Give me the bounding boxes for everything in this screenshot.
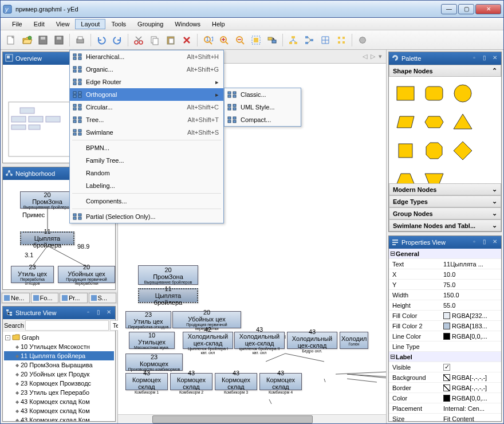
menu-item[interactable]: Circular...Alt+Shift+C: [70, 101, 223, 113]
tab[interactable]: S...: [89, 293, 117, 303]
undo-button[interactable]: [94, 33, 108, 47]
zoom-in-button[interactable]: [217, 33, 231, 47]
menu-windows[interactable]: Windows: [169, 19, 206, 29]
menu-item[interactable]: Family Tree...: [70, 154, 223, 167]
tree-item[interactable]: ◆23 Кормоцех Производс: [4, 379, 114, 388]
menu-item[interactable]: Edge Router▸: [70, 76, 223, 88]
h-scrollbar[interactable]: [118, 414, 386, 423]
tree-item[interactable]: ◆43 Кормоцех склад Ком: [4, 415, 114, 421]
layout-icon-1[interactable]: [286, 33, 300, 47]
prop-row[interactable]: BackgroundRGBA[-,-,-,-]: [389, 372, 501, 383]
graph-node[interactable]: 43Холодильный цех-складБедро охл.: [287, 332, 337, 349]
graph-node[interactable]: 43Кормоцех складКомбикорм 1: [125, 373, 168, 390]
prop-row[interactable]: SizeFit Content: [389, 414, 501, 421]
menu-item[interactable]: Organic...Alt+Shift+G: [70, 63, 223, 76]
shape-roundrect[interactable]: [420, 79, 448, 108]
graph-node[interactable]: 43Кормоцех складКомбикорм 3: [215, 373, 257, 390]
tree-item[interactable]: ◆20 ПромЗона Выращива: [4, 360, 114, 370]
tab[interactable]: Fo...: [31, 293, 59, 303]
layout-icon-2[interactable]: [302, 33, 316, 47]
prop-row[interactable]: ColorRGBA[0,0,...: [389, 393, 501, 403]
prop-row[interactable]: Line ColorRGBA[0,0,...: [389, 331, 501, 341]
panel-pin-icon[interactable]: ▯: [481, 54, 489, 62]
menu-layout[interactable]: Layout: [75, 19, 105, 29]
prop-row[interactable]: Height55.0: [389, 300, 501, 311]
saveas-button[interactable]: [52, 33, 66, 47]
prop-row[interactable]: Fill Color 2RGBA[183...: [389, 321, 501, 331]
palette-section-modern[interactable]: Modern Nodes⌄: [389, 183, 501, 195]
menu-edit[interactable]: Edit: [28, 19, 50, 29]
tree-item[interactable]: ◆10 Утильцех Мясокостн: [4, 342, 114, 351]
graph-node[interactable]: 23Утиль цехПереработка отходов: [11, 266, 54, 283]
panel-close-icon[interactable]: ✕: [491, 238, 499, 246]
tree-item[interactable]: ◆23 Утиль цех Перерабо: [4, 388, 114, 397]
tree-view[interactable]: - Graph ◆10 Утильцех Мясокостн◆11 Цыплят…: [3, 332, 115, 421]
save-button[interactable]: [36, 33, 50, 47]
panel-pin-icon[interactable]: ▯: [481, 238, 489, 246]
shape-rect[interactable]: [391, 79, 420, 108]
shape-square[interactable]: [391, 136, 420, 165]
menu-tools[interactable]: Tools: [105, 19, 132, 29]
prop-section-label[interactable]: Label: [396, 354, 412, 360]
tree-root[interactable]: - Graph: [4, 333, 114, 342]
tree-item[interactable]: ◆20 Убойных цех Продук: [4, 370, 114, 379]
delete-button[interactable]: [180, 33, 194, 47]
panel-undock-icon[interactable]: ▫: [470, 54, 478, 62]
tab[interactable]: Ne...: [2, 293, 30, 303]
menu-item[interactable]: SwimlaneAlt+Shift+S: [70, 126, 223, 139]
shape-triangle[interactable]: [448, 108, 477, 136]
menu-item[interactable]: Orthogonal▸: [70, 88, 223, 101]
menu-item[interactable]: Hierarchical...Alt+Shift+H: [70, 50, 223, 63]
menu-item[interactable]: Tree...Alt+Shift+T: [70, 113, 223, 126]
prop-row[interactable]: Line Type: [389, 341, 501, 352]
menu-item[interactable]: Compact...: [225, 113, 301, 126]
redo-button[interactable]: [111, 33, 124, 47]
shape-trapezoid[interactable]: [391, 165, 420, 183]
shape-octagon[interactable]: [420, 136, 448, 165]
tree-item[interactable]: ◆43 Кормоцех склад Ком: [4, 397, 114, 406]
zoom-reset-button[interactable]: 1:1: [201, 33, 215, 47]
prop-section-general[interactable]: General: [396, 250, 419, 257]
menu-item[interactable]: Random: [70, 167, 223, 179]
menu-item[interactable]: Components...: [70, 195, 223, 207]
maximize-button[interactable]: ▢: [458, 4, 474, 14]
panel-close-icon[interactable]: ✕: [491, 54, 499, 62]
graph-node[interactable]: 42Холодильный цех-складЦыпленок бройлера…: [183, 332, 233, 349]
prop-row[interactable]: X10.0: [389, 269, 501, 280]
panel-pin-icon[interactable]: ▯: [94, 309, 103, 317]
minimize-button[interactable]: —: [441, 4, 457, 14]
fit-button[interactable]: [249, 33, 263, 47]
shape-parallelogram[interactable]: [391, 108, 420, 136]
graph-node[interactable]: 11Цыплята бройлера: [20, 231, 74, 245]
close-button[interactable]: ✕: [475, 4, 501, 14]
grid-button[interactable]: [318, 33, 332, 47]
palette-section-edge[interactable]: Edge Types⌄: [389, 195, 501, 207]
tab-next-icon[interactable]: ▷: [369, 53, 377, 60]
tree-item[interactable]: ◆43 Кормоцех склад Ком: [4, 406, 114, 415]
prop-row[interactable]: Fill ColorRGBA[232...: [389, 311, 501, 321]
prop-row[interactable]: Text11Цыплята ...: [389, 259, 501, 269]
extra-button[interactable]: [356, 33, 369, 47]
selection-mode-button[interactable]: [265, 33, 279, 47]
prop-row[interactable]: Visible✓: [389, 362, 501, 372]
collapse-icon[interactable]: ⌃: [492, 67, 497, 74]
shape-diamond[interactable]: [448, 136, 477, 165]
palette-section-swimlane[interactable]: Swimlane Nodes and Tabl...⌄: [389, 219, 501, 231]
menu-view[interactable]: View: [50, 19, 76, 29]
graph-node[interactable]: 23КормоцехПроизводство комбикормов: [125, 354, 183, 371]
print-button[interactable]: [73, 33, 87, 47]
menu-item[interactable]: Classic...: [225, 88, 301, 101]
copy-button[interactable]: [148, 33, 162, 47]
palette-section-group[interactable]: Group Nodes⌄: [389, 207, 501, 219]
tree-item[interactable]: ◆11 Цыплята бройлера: [4, 351, 114, 360]
graph-node[interactable]: 20Убойных цехПродукция первичной перераб…: [58, 266, 115, 283]
panel-undock-icon[interactable]: ▫: [470, 238, 478, 246]
palette-section-shapes[interactable]: Shape Nodes⌃: [389, 65, 501, 77]
new-button[interactable]: [4, 33, 18, 47]
panel-undock-icon[interactable]: ▫: [84, 309, 92, 317]
prop-row[interactable]: Y75.0: [389, 280, 501, 290]
shape-trapezoid2[interactable]: [420, 165, 448, 183]
layout-icon-3[interactable]: [334, 33, 348, 47]
zoom-out-button[interactable]: [233, 33, 247, 47]
shape-circle[interactable]: [448, 79, 477, 108]
